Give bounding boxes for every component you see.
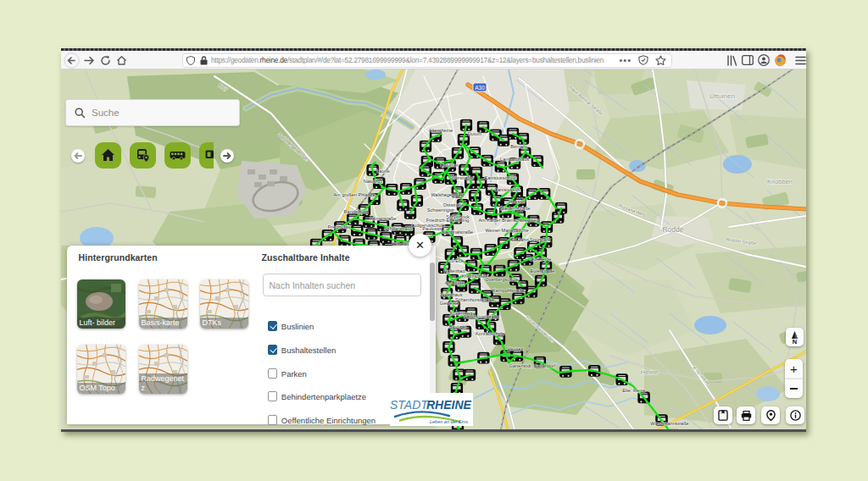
svg-text:Lambertihaus: Lambertihaus (500, 157, 529, 162)
svg-text:Paulusstr: Paulusstr (422, 226, 442, 231)
svg-text:Kardinalstraße: Kardinalstraße (442, 229, 473, 235)
svg-text:Rodde: Rodde (662, 225, 683, 234)
svg-text:Heine: Heine (641, 368, 659, 376)
svg-text:Weiner Marienkirche: Weiner Marienkirche (485, 228, 528, 233)
svg-text:Uttuinen: Uttuinen (709, 92, 735, 100)
svg-text:Randelborg: Randelborg (344, 209, 369, 214)
svg-text:Scharnhorststraße: Scharnhorststraße (455, 297, 494, 302)
svg-text:Bavügel: Bavügel (449, 324, 466, 329)
svg-text:Kümersraße: Kümersraße (370, 216, 397, 221)
svg-text:Am Kalder Bramschbregweg: Am Kalder Bramschbregweg (478, 218, 538, 223)
svg-text:Zur Heide: Zur Heide (531, 257, 552, 262)
svg-text:Wörstraße: Wörstraße (451, 175, 473, 180)
svg-text:Eulerstraße: Eulerstraße (531, 268, 555, 274)
svg-text:Dutumer: Dutumer (440, 163, 459, 168)
svg-text:Konradschule: Konradschule (476, 331, 504, 336)
svg-text:Schillerstraße: Schillerstraße (384, 226, 413, 231)
svg-text:An Blüde: An Blüde (445, 280, 465, 285)
svg-text:A30: A30 (475, 85, 485, 91)
svg-text:Canisiusstift: Canisiusstift (494, 187, 520, 192)
svg-text:Lü-Eck: Lü-Eck (448, 258, 464, 263)
svg-text:Hallenbad: Hallenbad (443, 268, 465, 274)
svg-text:Knobben: Knobben (767, 178, 793, 185)
svg-text:Walshagenplatz: Walshagenplatz (431, 192, 465, 197)
svg-text:Am großen Phlanze: Am großen Phlanze (333, 192, 375, 197)
svg-text:Overbergschule: Overbergschule (485, 277, 519, 282)
svg-text:Elte, Reine: Elte, Reine (622, 388, 645, 393)
svg-text:RHEINE: RHEINE (426, 398, 472, 412)
svg-text:Kreuzschule: Kreuzschule (462, 274, 488, 279)
svg-text:Canisiusschule: Canisiusschule (484, 175, 516, 180)
svg-text:STADT: STADT (390, 398, 429, 412)
svg-text:Dutum: Dutum (468, 131, 482, 136)
svg-text:Niedernstraße: Niedernstraße (500, 206, 530, 211)
svg-text:Schweringstr: Schweringstr (427, 207, 454, 213)
svg-text:Bernam: Bernam (510, 144, 527, 149)
svg-text:Naturzoo: Naturzoo (364, 179, 383, 184)
svg-text:TV Jahn Sportpark: TV Jahn Sportpark (511, 237, 551, 242)
svg-text:Kempohlstraße: Kempohlstraße (492, 288, 525, 293)
svg-text:Laune: Laune (376, 169, 390, 174)
svg-text:Heester: Heester (509, 199, 526, 204)
svg-text:Wiechmannstraße: Wiechmannstraße (650, 421, 688, 426)
svg-text:Sandhövelstraße: Sandhövelstraße (464, 314, 499, 319)
svg-text:Altenrheine: Altenrheine (429, 128, 453, 133)
svg-text:N: N (793, 338, 797, 345)
svg-text:Leben an der Ems: Leben an der Ems (430, 419, 468, 424)
svg-text:Friedhofstr: Friedhofstr (328, 224, 351, 229)
svg-text:Gartenstdt, Geilendorf: Gartenstdt, Geilendorf (509, 363, 555, 368)
svg-text:Heuves: Heuves (508, 346, 524, 351)
